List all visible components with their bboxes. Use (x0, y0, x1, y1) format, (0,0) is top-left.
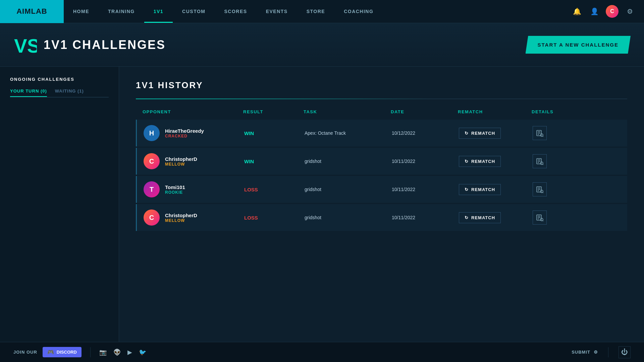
opponent-name: Tomi101 (165, 184, 185, 190)
svg-point-23 (540, 218, 543, 221)
settings-icon[interactable]: ⚙ (624, 5, 636, 17)
sidebar-tab-waiting[interactable]: WAITING (1) (55, 88, 84, 97)
opponent-cell: C ChristopherD MELLOW (144, 209, 244, 226)
svg-line-6 (543, 136, 543, 137)
opponent-name: ChristopherD (165, 213, 197, 218)
reddit-icon[interactable]: 👽 (113, 349, 121, 356)
nav-item-store[interactable]: STORE (297, 0, 334, 23)
history-section-title: 1V1 HISTORY (136, 80, 627, 90)
instagram-icon[interactable]: 📷 (99, 349, 107, 356)
opponent-rank: MELLOW (165, 218, 197, 223)
start-challenge-button[interactable]: START A NEW CHALLENGE (526, 36, 631, 54)
col-date: DATE (391, 109, 458, 114)
rematch-cell: ↻ REMATCH (459, 156, 533, 167)
rematch-label: REMATCH (471, 159, 495, 164)
rematch-label: REMATCH (471, 215, 495, 220)
youtube-icon[interactable]: ▶ (127, 349, 132, 356)
rematch-icon: ↻ (465, 131, 469, 136)
date: 10/11/2022 (392, 159, 459, 164)
result: WIN (244, 159, 305, 164)
twitter-icon[interactable]: 🐦 (139, 349, 146, 356)
nav-item-coaching[interactable]: COACHING (334, 0, 383, 23)
opponent-cell: C ChristopherD MELLOW (144, 153, 244, 169)
logo[interactable]: AIMLAB (0, 0, 64, 23)
sidebar-tab-your-turn[interactable]: YOUR TURN (0) (10, 88, 47, 97)
opponent-info: ChristopherD MELLOW (165, 213, 197, 223)
nav-item-custom[interactable]: CUSTOM (173, 0, 215, 23)
col-opponent: OPPONENT (143, 109, 243, 114)
sidebar-title: ONGOING CHALLENGES (0, 77, 119, 88)
result: LOSS (244, 215, 305, 221)
svg-line-24 (543, 221, 543, 221)
discord-badge[interactable]: 🎮 DISCORD (43, 347, 82, 357)
history-table: OPPONENT RESULT TASK DATE REMATCH DETAIL… (136, 109, 627, 231)
details-button[interactable] (533, 210, 547, 225)
table-header: OPPONENT RESULT TASK DATE REMATCH DETAIL… (136, 109, 627, 120)
date: 10/11/2022 (392, 215, 459, 220)
bell-icon[interactable]: 🔔 (571, 5, 583, 17)
rematch-icon: ↻ (465, 187, 469, 192)
table-row: H HiraeTheGreedy CRACKED WIN Apex: Octan… (136, 120, 627, 146)
logo-text: AIMLAB (16, 7, 47, 16)
submit-label: SUBMIT (572, 350, 590, 355)
footer-divider (90, 347, 91, 357)
rematch-icon: ↻ (465, 215, 469, 220)
opponent-info: ChristopherD MELLOW (165, 156, 197, 167)
details-button[interactable] (533, 182, 547, 196)
details-button[interactable] (533, 126, 547, 140)
avatar[interactable]: C (606, 5, 619, 18)
nav-item-events[interactable]: EVENTS (257, 0, 297, 23)
col-task: TASK (304, 109, 391, 114)
footer: JOIN OUR 🎮 DISCORD 📷 👽 ▶ 🐦 SUBMIT ⚙ ⏻ (0, 342, 644, 362)
rematch-button[interactable]: ↻ REMATCH (459, 184, 501, 195)
result: WIN (244, 130, 305, 136)
discord-label: DISCORD (57, 350, 77, 355)
sidebar: ONGOING CHALLENGES YOUR TURN (0) WAITING… (0, 67, 119, 342)
avatar: T (144, 181, 160, 197)
rematch-button[interactable]: ↻ REMATCH (459, 156, 501, 167)
task: gridshot (305, 215, 392, 220)
avatar: H (144, 125, 160, 141)
opponent-cell: H HiraeTheGreedy CRACKED (144, 125, 244, 141)
nav-item-1v1[interactable]: 1V1 (144, 0, 173, 23)
power-button[interactable]: ⏻ (619, 346, 631, 358)
submit-area[interactable]: SUBMIT ⚙ (572, 350, 598, 355)
col-result: RESULT (243, 109, 304, 114)
opponent-name: HiraeTheGreedy (165, 128, 204, 134)
opponent-name: ChristopherD (165, 156, 197, 162)
main-nav: AIMLAB HOME TRAINING 1V1 CUSTOM SCORES E… (0, 0, 644, 23)
svg-text:VS: VS (14, 35, 37, 57)
opponent-info: HiraeTheGreedy CRACKED (165, 128, 204, 138)
rematch-button[interactable]: ↻ REMATCH (459, 128, 501, 139)
task: gridshot (305, 187, 392, 192)
svg-point-11 (540, 162, 543, 165)
person-icon[interactable]: 👤 (588, 5, 600, 17)
rematch-label: REMATCH (471, 131, 495, 136)
social-icons: 📷 👽 ▶ 🐦 (99, 349, 146, 356)
rematch-cell: ↻ REMATCH (459, 212, 533, 223)
nav-item-training[interactable]: TRAINING (99, 0, 144, 23)
footer-right: SUBMIT ⚙ ⏻ (572, 346, 631, 358)
page-title: 1V1 CHALLENGES (44, 38, 166, 52)
svg-line-18 (543, 192, 543, 193)
nav-items: HOME TRAINING 1V1 CUSTOM SCORES EVENTS S… (64, 0, 571, 23)
svg-point-17 (540, 190, 543, 193)
nav-right: 🔔 👤 C ⚙ (571, 5, 644, 18)
details-button[interactable] (533, 154, 547, 168)
nav-item-scores[interactable]: SCORES (215, 0, 257, 23)
rematch-icon: ↻ (465, 159, 469, 164)
svg-line-12 (543, 164, 543, 165)
date: 10/12/2022 (392, 130, 459, 136)
nav-item-home[interactable]: HOME (64, 0, 99, 23)
opponent-rank: CRACKED (165, 134, 204, 138)
task: Apex: Octane Track (305, 130, 392, 136)
opponent-cell: T Tomi101 ROOKIE (144, 181, 244, 197)
result: LOSS (244, 187, 305, 192)
opponent-info: Tomi101 ROOKIE (165, 184, 185, 195)
discord-icon: 🎮 (47, 349, 54, 355)
footer-left: JOIN OUR 🎮 DISCORD 📷 👽 ▶ 🐦 (13, 347, 146, 357)
section-divider (136, 99, 627, 99)
submit-icon: ⚙ (594, 350, 598, 355)
vs-icon: VS (13, 33, 37, 57)
rematch-button[interactable]: ↻ REMATCH (459, 212, 501, 223)
